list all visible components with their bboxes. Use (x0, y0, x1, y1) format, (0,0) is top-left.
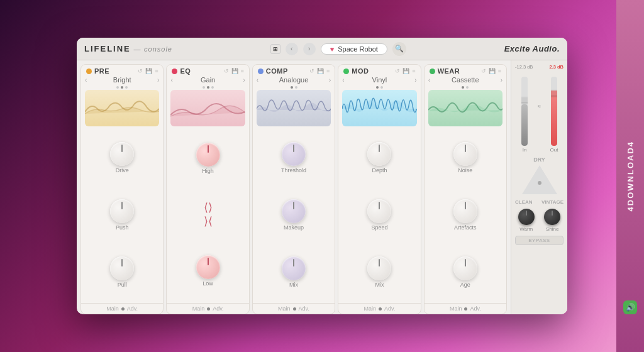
save-icon[interactable]: 💾 (402, 68, 409, 74)
knob-threshold-ctrl[interactable] (282, 142, 306, 166)
module-pre-title-row: PRE (86, 67, 109, 75)
knob-speed-ctrl[interactable] (367, 199, 391, 223)
grid-icon[interactable]: ⊞ (270, 44, 280, 54)
menu-icon[interactable]: ≡ (241, 68, 244, 74)
knob-high-ctrl[interactable] (196, 143, 220, 167)
nav-back-btn[interactable]: ‹ (286, 43, 298, 55)
module-comp-dot (258, 69, 264, 74)
knob-shine-label: Shine (546, 226, 558, 232)
db-pos-label: 2.3 dB (549, 64, 564, 70)
eq-arrow-down: ⟩⟨ (204, 216, 213, 227)
clean-label: CLEAN (515, 199, 533, 205)
module-comp-controls: ↺ 💾 ≡ (309, 68, 330, 74)
meter-out-thumb[interactable] (551, 91, 557, 96)
undo-icon[interactable]: ↺ (395, 68, 400, 74)
triangle-dot[interactable] (538, 181, 541, 185)
eq-arrows: ⟨⟩ ⟩⟨ (204, 202, 213, 227)
preset-next-btn[interactable]: › (501, 77, 502, 84)
preset-prev-btn[interactable]: ‹ (257, 77, 258, 84)
heart-icon: ♥ (330, 45, 335, 53)
knob-push: Push (110, 199, 134, 231)
knob-low-ctrl[interactable] (196, 255, 220, 279)
knob-age-label: Age (460, 282, 470, 288)
menu-icon[interactable]: ≡ (498, 68, 501, 74)
knob-age: Age (453, 256, 477, 288)
preset-display[interactable]: ♥ Space Robot (321, 43, 387, 55)
module-comp-footer: Main Adv. (253, 303, 335, 314)
knob-push-ctrl[interactable] (110, 199, 134, 223)
knob-artefacts-ctrl[interactable] (453, 199, 477, 223)
sidebar: 4DOWNLOAD4 🔊 (616, 0, 644, 352)
preset-prev-btn[interactable]: ‹ (342, 77, 344, 84)
undo-icon[interactable]: ↺ (138, 68, 143, 74)
wave-dot (116, 86, 119, 89)
module-pre-preset-row: ‹ Bright › (81, 76, 163, 85)
preset-prev-btn[interactable]: ‹ (85, 77, 87, 84)
knob-pull-ctrl[interactable] (110, 256, 134, 280)
knob-pull: Pull (110, 256, 134, 288)
knob-warm-ctrl[interactable] (518, 209, 535, 225)
menu-icon[interactable]: ≡ (326, 68, 330, 74)
knob-makeup-label: Makeup (284, 224, 304, 231)
footer-main-label: Main (364, 305, 376, 312)
module-eq-header: EQ ↺ 💾 ≡ (167, 65, 248, 76)
dry-label: DRY (533, 157, 545, 163)
knob-mix-mod-ctrl[interactable] (367, 256, 391, 280)
bypass-button[interactable]: BYPASS (515, 236, 564, 245)
meter-out-fill (551, 94, 557, 146)
save-icon[interactable]: 💾 (145, 68, 152, 74)
save-icon[interactable]: 💾 (489, 68, 496, 74)
meter-out-track[interactable] (551, 77, 557, 146)
nav-fwd-btn[interactable]: › (303, 43, 316, 55)
wave-dots-wear (425, 85, 506, 90)
preset-prev-btn[interactable]: ‹ (170, 77, 172, 84)
right-panel: -12.3 dB 2.3 dB In ≈ (511, 60, 567, 314)
knob-shine-ctrl[interactable] (544, 209, 560, 225)
undo-icon[interactable]: ↺ (224, 68, 229, 74)
app-subtitle: console (144, 45, 172, 53)
undo-icon[interactable]: ↺ (481, 68, 486, 74)
menu-icon[interactable]: ≡ (155, 68, 158, 74)
eq-arrow-up: ⟨⟩ (204, 202, 213, 213)
menu-icon[interactable]: ≡ (412, 68, 415, 74)
knob-drive-ctrl[interactable] (110, 142, 134, 166)
knob-pull-label: Pull (118, 282, 127, 288)
knobs-eq: High ⟨⟩ ⟩⟨ Low (167, 126, 248, 303)
app-logo: LIFELINE — console (84, 44, 172, 53)
module-mod-footer: Main Adv. (338, 303, 420, 314)
preset-next-btn[interactable]: › (157, 77, 159, 84)
knob-age-ctrl[interactable] (453, 256, 477, 280)
knob-mix-comp-ctrl[interactable] (282, 256, 306, 280)
knobs-comp: Threshold Makeup Mix (253, 126, 335, 303)
waveform-wear (428, 90, 502, 126)
module-eq-title: EQ (180, 67, 191, 75)
preset-next-btn[interactable]: › (329, 77, 331, 84)
wave-dot (295, 86, 297, 89)
module-comp: COMP ↺ 💾 ≡ ‹ Analogue › (252, 64, 335, 314)
knob-noise-ctrl[interactable] (453, 142, 477, 166)
module-mod-preset-row: ‹ Vinyl › (338, 76, 420, 85)
meter-in-thumb[interactable] (521, 97, 528, 102)
module-wear-footer: Main Adv. (425, 303, 506, 314)
warm-shine-row: Warm Shine (515, 209, 564, 232)
module-mod-title: MOD (352, 67, 369, 75)
vintage-label: VINTAGE (541, 199, 564, 205)
search-icon[interactable]: 🔍 (392, 42, 406, 56)
wave-dot (207, 86, 209, 89)
sidebar-icon[interactable]: 🔊 (623, 300, 637, 314)
app-title: LIFELINE (84, 44, 131, 53)
undo-icon[interactable]: ↺ (309, 68, 314, 74)
meter-in-track[interactable] (521, 77, 528, 146)
preset-next-btn[interactable]: › (414, 77, 416, 84)
preset-next-btn[interactable]: › (243, 77, 245, 84)
save-icon[interactable]: 💾 (231, 68, 238, 74)
knob-makeup-ctrl[interactable] (282, 199, 306, 223)
save-icon[interactable]: 💾 (317, 68, 324, 74)
preset-prev-btn[interactable]: ‹ (428, 77, 430, 84)
preset-name: Space Robot (338, 45, 378, 53)
knob-depth-ctrl[interactable] (367, 142, 391, 166)
knob-low-label: Low (203, 280, 213, 287)
sidebar-label: 4DOWNLOAD4 (626, 141, 635, 211)
meter-separator: ≈ (538, 103, 541, 121)
knob-speed-label: Speed (371, 224, 387, 231)
